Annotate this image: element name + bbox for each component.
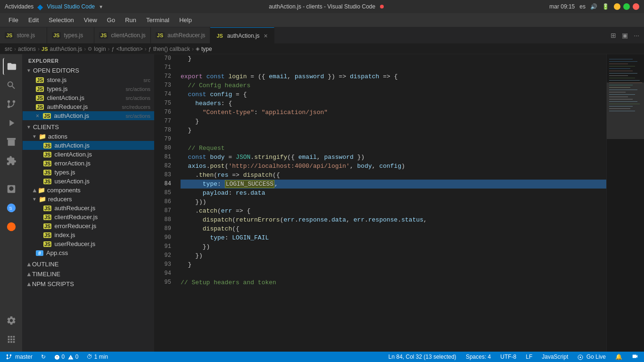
activity-run[interactable] xyxy=(3,115,20,132)
file-icon-clientaction: JS xyxy=(36,95,44,101)
menu-run[interactable]: Run xyxy=(121,15,140,25)
eol-indicator[interactable]: LF xyxy=(524,354,534,360)
activity-slack[interactable]: S xyxy=(3,199,20,216)
open-file-types[interactable]: JS types.js src/actions xyxy=(23,84,154,93)
activity-extensions[interactable] xyxy=(3,152,20,169)
tab-close-authaction[interactable]: × xyxy=(263,31,269,41)
open-file-authreducer[interactable]: JS authReducer.js src/reducers xyxy=(23,102,154,111)
win-maximize[interactable] xyxy=(623,3,630,10)
tab-authreducer[interactable]: JS authReducer.js xyxy=(151,27,211,43)
win-close[interactable] xyxy=(633,3,639,10)
main-layout: S EXPLORER ▼ OPEN EDITORS JS store.js sr… xyxy=(0,54,644,352)
error-count[interactable]: 0 0 xyxy=(52,354,80,360)
svg-rect-14 xyxy=(609,73,637,74)
file-useraction[interactable]: JS userAction.js xyxy=(23,177,154,186)
menu-file[interactable]: File xyxy=(5,15,22,25)
svg-point-31 xyxy=(7,358,8,360)
editor-area[interactable]: 7071727374 7576777879 80818283 84 858687… xyxy=(155,54,644,352)
menu-edit[interactable]: Edit xyxy=(25,15,42,25)
file-icon-authaction: JS xyxy=(43,113,51,119)
activity-search[interactable] xyxy=(3,77,20,94)
explorer-header[interactable]: EXPLORER xyxy=(23,54,154,66)
file-authreducer[interactable]: JS authReducer.js xyxy=(23,204,154,213)
broadcast-icon[interactable] xyxy=(630,353,640,361)
outline-header[interactable]: ▶ OUTLINE xyxy=(23,259,154,269)
code-line-91: }) xyxy=(181,242,606,251)
win-minimize[interactable] xyxy=(614,3,620,10)
tab-authaction[interactable]: JS authAction.js × xyxy=(210,27,274,43)
file-authaction[interactable]: JS authAction.js xyxy=(23,141,154,150)
svg-rect-12 xyxy=(609,68,630,69)
notification-icon[interactable]: 🔔 xyxy=(613,354,624,360)
open-editors-header[interactable]: ▼ OPEN EDITORS xyxy=(23,66,154,75)
menu-go[interactable]: Go xyxy=(103,15,119,25)
clock-item[interactable]: ⏱ 1 min xyxy=(85,354,110,360)
encoding-indicator[interactable]: UTF-8 xyxy=(498,354,518,360)
activity-explorer[interactable] xyxy=(3,58,20,75)
cursor-position[interactable]: Ln 84, Col 32 (13 selected) xyxy=(387,354,458,360)
menu-terminal[interactable]: Terminal xyxy=(142,15,173,25)
vscode-app-name[interactable]: Visual Studio Code xyxy=(47,3,95,10)
volume-icon[interactable]: 🔊 xyxy=(590,3,597,10)
breadcrumb: src › actions › JS authAction.js › ⊙ log… xyxy=(0,44,644,54)
svg-point-7 xyxy=(7,222,15,231)
svg-point-2 xyxy=(12,100,15,103)
sync-button[interactable]: ↻ xyxy=(39,354,48,360)
menu-help[interactable]: Help xyxy=(175,15,196,25)
language-indicator[interactable]: JavaScript xyxy=(540,354,570,360)
breadcrumb-then[interactable]: then() callback xyxy=(153,46,190,52)
breadcrumb-actions[interactable]: actions xyxy=(18,46,36,52)
file-userreducer[interactable]: JS userReducer.js xyxy=(23,239,154,248)
folder-actions[interactable]: ▼ 📁 actions xyxy=(23,132,154,141)
file-errorreducer[interactable]: JS errorReducer.js xyxy=(23,222,154,230)
npm-scripts-header[interactable]: ▶ NPM SCRIPTS xyxy=(23,279,154,289)
folder-reducers[interactable]: ▼ 📁 reducers xyxy=(23,195,154,204)
activities-button[interactable]: Actividades xyxy=(5,3,33,10)
svg-rect-19 xyxy=(609,85,633,85)
split-editor-button[interactable]: ⊞ xyxy=(609,30,618,41)
lang-display[interactable]: es xyxy=(579,3,586,10)
code-line-70: } xyxy=(181,54,606,63)
activity-clapper[interactable] xyxy=(3,133,20,150)
open-editors-label: OPEN EDITORS xyxy=(33,67,79,74)
file-icon-userreducer: JS xyxy=(43,241,51,247)
folder-components[interactable]: ▶ 📁 components xyxy=(23,186,154,195)
go-live-button[interactable]: Go Live xyxy=(576,354,608,360)
file-erroraction[interactable]: JS errorAction.js xyxy=(23,159,154,168)
activity-zoom[interactable] xyxy=(3,181,20,197)
code-line-74: const config = { xyxy=(181,90,606,99)
tab-clientaction[interactable]: JS clientAction.js xyxy=(94,27,151,43)
tab-types[interactable]: JS types.js xyxy=(47,27,94,43)
timeline-header[interactable]: ▶ TIMELINE xyxy=(23,269,154,279)
breadcrumb-type[interactable]: type xyxy=(201,46,212,52)
more-actions-button[interactable]: ··· xyxy=(632,30,641,41)
activity-firefox[interactable] xyxy=(3,218,20,235)
tab-label-store: store.js xyxy=(17,32,35,39)
menu-selection[interactable]: Selection xyxy=(45,15,77,25)
clients-header[interactable]: ▼ CLIENTS xyxy=(23,122,154,132)
code-editor[interactable]: } export const login = ({ email, passwor… xyxy=(176,54,606,352)
breadcrumb-function[interactable]: <function> xyxy=(116,46,143,52)
layout-button[interactable]: ▣ xyxy=(620,30,630,41)
file-index[interactable]: JS index.js xyxy=(23,230,154,239)
tab-store[interactable]: JS store.js xyxy=(0,27,47,43)
file-types[interactable]: JS types.js xyxy=(23,168,154,177)
file-clientreducer[interactable]: JS clientReducer.js xyxy=(23,213,154,222)
menu-view[interactable]: View xyxy=(80,15,101,25)
minimap[interactable] xyxy=(606,54,644,352)
breadcrumb-src[interactable]: src xyxy=(5,46,12,52)
breadcrumb-login[interactable]: login xyxy=(94,46,106,52)
file-appcss[interactable]: # App.css xyxy=(23,248,154,257)
activity-git[interactable] xyxy=(3,96,20,113)
spaces-indicator[interactable]: Spaces: 4 xyxy=(464,354,493,360)
vscode-dropdown[interactable]: ▼ xyxy=(99,4,103,9)
close-icon-authaction[interactable]: × xyxy=(36,113,39,119)
breadcrumb-authaction[interactable]: authAction.js xyxy=(50,46,83,52)
open-file-clientaction[interactable]: JS clientAction.js src/actions xyxy=(23,93,154,102)
git-branch[interactable]: master xyxy=(4,354,34,361)
open-file-store[interactable]: JS store.js src xyxy=(23,75,154,84)
open-file-authaction[interactable]: × JS authAction.js src/actions xyxy=(23,111,154,120)
activity-apps[interactable] xyxy=(3,331,20,348)
file-clientaction[interactable]: JS clientAction.js xyxy=(23,150,154,159)
activity-settings[interactable] xyxy=(3,312,20,329)
